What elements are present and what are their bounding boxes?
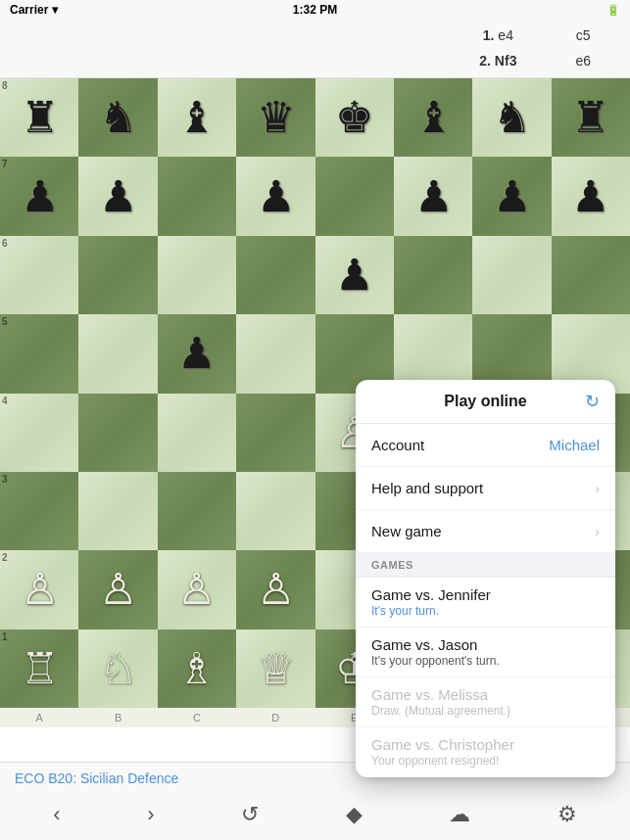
new-game-row[interactable]: New game ›	[356, 510, 615, 553]
move-notation: 1. e4 2. Nf3 c5 e6	[0, 20, 630, 78]
file-d: D	[236, 708, 315, 727]
square-e7[interactable]	[315, 157, 394, 235]
game-row-0[interactable]: Game vs. JenniferIt's your turn.	[356, 578, 615, 628]
square-b4[interactable]	[78, 394, 157, 472]
square-d6[interactable]	[236, 236, 315, 314]
square-g8[interactable]: ♞	[472, 78, 551, 157]
rank-label-4: 4	[2, 396, 8, 406]
square-c8[interactable]: ♝	[158, 78, 236, 157]
piece-h7: ♟	[571, 175, 609, 218]
game-title-0: Game vs. Jennifer	[371, 586, 600, 603]
piece-e6: ♟	[335, 254, 373, 297]
piece-a2: ♙	[21, 568, 59, 611]
square-h7[interactable]: ♟	[552, 157, 630, 235]
square-d5[interactable]	[236, 314, 315, 393]
rank-label-2: 2	[2, 552, 8, 563]
square-c6[interactable]	[158, 236, 236, 314]
piece-b1: ♘	[99, 647, 137, 690]
nav-bar: ‹ › ↺ ◆ ☁ ⚙	[0, 788, 630, 840]
square-e8[interactable]: ♚	[315, 78, 394, 157]
square-d3[interactable]	[236, 472, 315, 550]
settings-button[interactable]: ⚙	[543, 797, 592, 832]
piece-d7: ♟	[257, 175, 295, 218]
file-c: C	[158, 708, 236, 727]
forward-button[interactable]: ›	[132, 797, 169, 832]
help-support-label: Help and support	[371, 480, 589, 496]
square-g6[interactable]	[472, 236, 551, 314]
game-row-3: Game vs. ChristopherYour opponent resign…	[356, 727, 615, 777]
square-a2[interactable]: 2♙	[0, 550, 78, 629]
file-a: A	[0, 708, 78, 727]
game-row-1[interactable]: Game vs. JasonIt's your opponent's turn.	[356, 628, 615, 677]
game-subtitle-0: It's your turn.	[371, 604, 600, 618]
help-support-row[interactable]: Help and support ›	[356, 467, 615, 510]
square-b2[interactable]: ♙	[78, 550, 157, 629]
game-subtitle-2: Draw. (Mutual agreement.)	[371, 704, 600, 718]
square-c4[interactable]	[158, 394, 236, 472]
square-b3[interactable]	[78, 472, 157, 550]
rank-label-8: 8	[2, 80, 8, 91]
play-online-panel: Play online ↻ Account Michael Help and s…	[356, 380, 615, 777]
square-h6[interactable]	[552, 236, 630, 314]
rank-label-5: 5	[2, 316, 8, 327]
square-c5[interactable]: ♟	[158, 314, 236, 393]
piece-d2: ♙	[257, 568, 295, 611]
piece-a8: ♜	[21, 96, 59, 139]
games-section-header: GAMES	[356, 553, 615, 578]
piece-e8: ♚	[335, 96, 373, 139]
piece-a1: ♖	[21, 647, 59, 690]
piece-d1: ♕	[257, 647, 295, 690]
games-list: Game vs. JenniferIt's your turn.Game vs.…	[356, 578, 615, 777]
rank-label-3: 3	[2, 474, 8, 485]
game-title-1: Game vs. Jason	[371, 636, 600, 653]
square-g7[interactable]: ♟	[472, 157, 551, 235]
carrier-label: Carrier ▾	[10, 3, 58, 17]
refresh-button[interactable]: ↻	[583, 389, 602, 414]
square-h8[interactable]: ♜	[552, 78, 630, 157]
piece-c2: ♙	[177, 568, 216, 611]
rank-label-1: 1	[2, 631, 8, 642]
square-c7[interactable]	[158, 157, 236, 235]
piece-d8: ♛	[257, 96, 295, 139]
account-row[interactable]: Account Michael	[356, 424, 615, 467]
piece-h8: ♜	[571, 96, 609, 139]
square-f6[interactable]	[394, 236, 472, 314]
square-b8[interactable]: ♞	[78, 78, 157, 157]
square-a1[interactable]: 1♖	[0, 630, 78, 708]
new-game-label: New game	[371, 523, 589, 539]
cloud-button[interactable]: ☁	[434, 797, 485, 832]
square-e6[interactable]: ♟	[315, 236, 394, 314]
square-d8[interactable]: ♛	[236, 78, 315, 157]
square-d7[interactable]: ♟	[236, 157, 315, 235]
square-b7[interactable]: ♟	[78, 157, 157, 235]
square-b6[interactable]	[78, 236, 157, 314]
undo-button[interactable]: ↺	[226, 797, 273, 832]
square-d1[interactable]: ♕	[236, 630, 315, 708]
square-b5[interactable]	[78, 314, 157, 393]
new-game-chevron-icon: ›	[595, 524, 600, 539]
square-a7[interactable]: 7♟	[0, 157, 78, 235]
piece-b8: ♞	[99, 96, 137, 139]
square-a6[interactable]: 6	[0, 236, 78, 314]
square-a3[interactable]: 3	[0, 472, 78, 550]
notation-move1: 1. e4 2. Nf3	[479, 23, 516, 72]
square-a4[interactable]: 4	[0, 394, 78, 472]
mic-button[interactable]: ◆	[331, 797, 377, 832]
square-c2[interactable]: ♙	[158, 550, 236, 629]
status-bar: Carrier ▾ 1:32 PM 🔋	[0, 0, 630, 20]
account-label: Account	[371, 437, 549, 453]
square-c3[interactable]	[158, 472, 236, 550]
square-a8[interactable]: 8♜	[0, 78, 78, 157]
rank-label-7: 7	[2, 159, 8, 169]
square-f7[interactable]: ♟	[394, 157, 472, 235]
account-value: Michael	[549, 437, 600, 453]
square-d4[interactable]	[236, 394, 315, 472]
square-d2[interactable]: ♙	[236, 550, 315, 629]
piece-c5: ♟	[177, 332, 216, 375]
back-button[interactable]: ‹	[38, 797, 74, 832]
square-a5[interactable]: 5	[0, 314, 78, 393]
square-f8[interactable]: ♝	[394, 78, 472, 157]
square-b1[interactable]: ♘	[78, 630, 157, 708]
square-c1[interactable]: ♗	[158, 630, 236, 708]
piece-c8: ♝	[177, 96, 216, 139]
